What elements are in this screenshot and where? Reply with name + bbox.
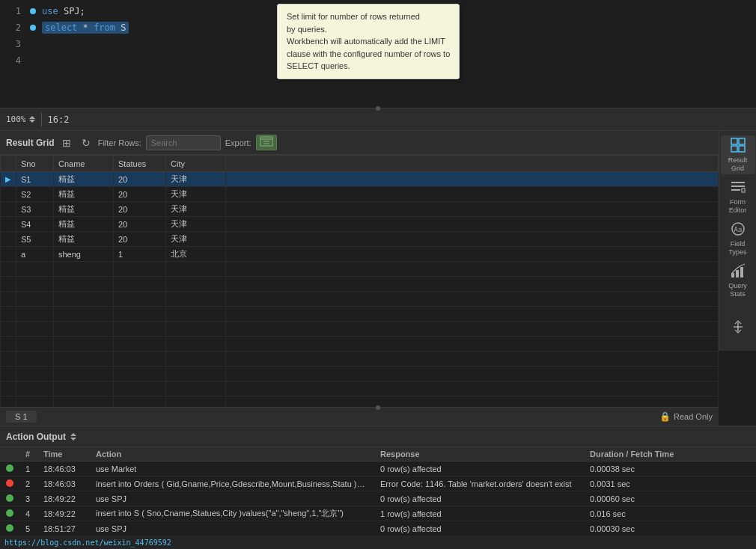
col-city[interactable]: City: [166, 156, 226, 172]
col-cname[interactable]: Cname: [54, 156, 114, 172]
field-types-panel-button[interactable]: Aa FieldTypes: [721, 219, 755, 258]
toolbar-divider: [41, 113, 42, 126]
line-code-1[interactable]: use SPJ;: [42, 6, 85, 16]
table-row-empty[interactable]: [1, 262, 719, 277]
expand-panel-button[interactable]: [721, 307, 755, 346]
action-response: 1 row(s) affected: [374, 506, 584, 521]
cell-cname: 精益: [54, 187, 114, 202]
zoom-up-arrow[interactable]: [29, 116, 35, 119]
line-code-2[interactable]: select * from S: [42, 22, 129, 34]
action-duration: 0.00030 sec: [584, 521, 756, 536]
cell-city: 天津: [166, 172, 226, 187]
cell-sno: S2: [16, 187, 54, 202]
status-bar: S 1 🔒 Read Only: [0, 407, 719, 426]
svg-rect-14: [731, 273, 734, 277]
cell-cname: 精益: [54, 232, 114, 247]
svg-rect-15: [736, 270, 739, 277]
empty-sno: [16, 366, 54, 381]
cell-cname: 精益: [54, 217, 114, 232]
action-col-status: [0, 447, 19, 461]
col-sno[interactable]: Sno: [16, 156, 54, 172]
action-time: 18:49:22: [37, 506, 90, 521]
cell-rest: [226, 232, 719, 247]
row-indicator: [1, 202, 16, 217]
field-types-icon: Aa: [730, 221, 746, 237]
ratio-value: 16:2: [48, 114, 70, 125]
read-only-text: Read Only: [674, 412, 713, 421]
action-down-arrow[interactable]: [70, 438, 76, 441]
empty-cname: [54, 292, 114, 307]
empty-cname: [54, 322, 114, 337]
table-row-empty[interactable]: [1, 277, 719, 292]
empty-indicator: [1, 366, 16, 381]
col-statues[interactable]: Statues: [114, 156, 166, 172]
empty-cname: [54, 277, 114, 292]
form-editor-panel-button[interactable]: FormEditor: [721, 177, 755, 216]
cell-statues: 20: [114, 217, 166, 232]
action-row[interactable]: 5 18:51:27 use SPJ 0 row(s) affected 0.0…: [0, 521, 756, 536]
cell-sno: S5: [16, 232, 54, 247]
table-row-empty[interactable]: [1, 322, 719, 337]
empty-statues: [114, 366, 166, 381]
url-text: https://blog.csdn.net/weixin_44769592: [4, 539, 171, 547]
empty-indicator: [1, 381, 16, 396]
result-grid-panel-label: ResultGrid: [728, 156, 748, 173]
empty-indicator: [1, 292, 16, 307]
action-output-arrows[interactable]: [70, 433, 76, 441]
zoom-down-arrow[interactable]: [29, 120, 35, 123]
table-row[interactable]: S2 精益 20 天津: [1, 187, 719, 202]
table-row[interactable]: ▶ S1 精益 20 天津: [1, 172, 719, 187]
breakpoint-2[interactable]: [30, 25, 36, 31]
empty-rest: [226, 262, 719, 277]
zoom-control[interactable]: 100%: [6, 114, 35, 124]
empty-cname: [54, 262, 114, 277]
zoom-value: 100%: [6, 114, 26, 124]
result-grid-label: Result Grid: [6, 138, 55, 148]
table-row[interactable]: S3 精益 20 天津: [1, 202, 719, 217]
cell-rest: [226, 172, 719, 187]
action-col-num: #: [19, 447, 37, 461]
cell-city: 北京: [166, 247, 226, 262]
empty-city: [166, 322, 226, 337]
svg-rect-10: [731, 189, 740, 191]
table-row[interactable]: S4 精益 20 天津: [1, 217, 719, 232]
action-up-arrow[interactable]: [70, 433, 76, 436]
empty-sno: [16, 262, 54, 277]
zoom-arrows[interactable]: [29, 116, 35, 123]
empty-indicator: [1, 277, 16, 292]
cell-cname: 精益: [54, 202, 114, 217]
table-row-empty[interactable]: [1, 292, 719, 307]
table-row[interactable]: a sheng 1 北京: [1, 247, 719, 262]
table-row-empty[interactable]: [1, 307, 719, 322]
table-row-empty[interactable]: [1, 366, 719, 381]
cell-city: 天津: [166, 217, 226, 232]
result-grid-panel-button[interactable]: ResultGrid: [721, 135, 755, 174]
export-button[interactable]: [256, 135, 277, 150]
refresh-button[interactable]: [79, 135, 94, 150]
grid-view-button[interactable]: [59, 135, 74, 150]
empty-sno: [16, 381, 54, 396]
action-col-time: Time: [37, 447, 90, 461]
breakpoint-1[interactable]: [30, 8, 36, 14]
table-row[interactable]: S5 精益 20 天津: [1, 232, 719, 247]
svg-rect-7: [739, 146, 745, 152]
action-row[interactable]: 1 18:46:03 use Market 0 row(s) affected …: [0, 461, 756, 476]
status-tab[interactable]: S 1: [6, 411, 37, 423]
action-row[interactable]: 4 18:49:22 insert into S ( Sno,Cname,Sta…: [0, 506, 756, 521]
data-table-wrapper: Sno Cname Statues City ▶ S1 精益 20 天津 S2 …: [0, 155, 719, 426]
action-action: use SPJ: [90, 521, 374, 536]
table-row-empty[interactable]: [1, 381, 719, 396]
table-row-empty[interactable]: [1, 337, 719, 352]
empty-indicator: [1, 337, 16, 352]
table-row-empty[interactable]: [1, 352, 719, 366]
query-stats-panel-button[interactable]: QueryStats: [721, 261, 755, 300]
empty-cname: [54, 366, 114, 381]
svg-rect-16: [740, 267, 743, 277]
action-row[interactable]: 3 18:49:22 use SPJ 0 row(s) affected 0.0…: [0, 491, 756, 506]
action-time: 18:51:27: [37, 521, 90, 536]
action-response: 0 row(s) affected: [374, 461, 584, 476]
filter-search-input[interactable]: [146, 135, 221, 150]
action-status-dot: [0, 491, 19, 506]
cell-city: 天津: [166, 187, 226, 202]
action-row[interactable]: 2 18:46:03 insert into Orders ( Gid,Gnam…: [0, 476, 756, 491]
